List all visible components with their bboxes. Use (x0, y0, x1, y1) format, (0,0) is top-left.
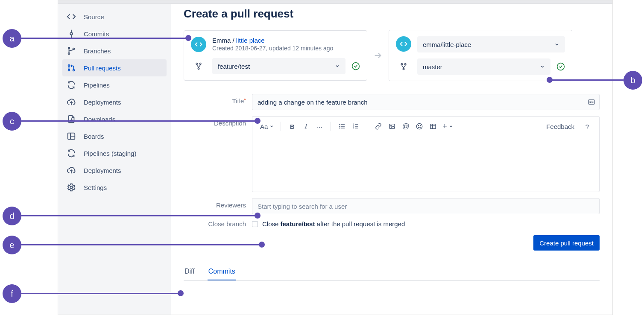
emoji-button[interactable] (413, 120, 425, 132)
italic-button[interactable]: I (300, 120, 312, 132)
svg-point-19 (352, 63, 360, 70)
pipelines-icon (67, 149, 76, 158)
sidebar-item-label: Pipelines (staging) (84, 150, 136, 157)
download-icon (67, 114, 76, 124)
reviewers-input[interactable] (252, 198, 600, 214)
svg-point-22 (405, 64, 406, 65)
numbered-list-button[interactable]: 123 (350, 120, 362, 132)
sidebar-item-deployments-2[interactable]: Deployments (62, 162, 167, 179)
sidebar-item-settings[interactable]: Settings (62, 179, 167, 196)
reviewers-label: Reviewers (201, 198, 252, 214)
sidebar-item-deployments[interactable]: Deployments (62, 93, 167, 111)
mention-button[interactable]: @ (400, 120, 412, 132)
bold-button[interactable]: B (286, 120, 298, 132)
source-repo-name: Emma / little place (212, 37, 333, 44)
sidebar-item-downloads[interactable]: Downloads (62, 111, 167, 128)
svg-point-17 (200, 63, 201, 64)
sidebar-item-boards[interactable]: Boards (62, 128, 167, 145)
description-editor: Aa B I ··· 123 @ (252, 116, 600, 192)
svg-point-23 (403, 68, 404, 70)
svg-point-8 (73, 70, 75, 71)
close-branch-checkbox[interactable] (252, 221, 258, 227)
annotation-line (551, 79, 624, 81)
svg-point-7 (68, 70, 70, 71)
sidebar-item-label: Deployments (84, 99, 121, 106)
annotation-e: e (3, 236, 21, 254)
source-branch-select[interactable]: feature/test (212, 58, 345, 74)
annotation-line (21, 38, 187, 39)
title-input[interactable] (252, 94, 600, 110)
text-style-button[interactable]: Aa (258, 120, 275, 132)
sidebar: Source Commits Branches Pull requests Pi… (58, 4, 171, 315)
editor-toolbar: Aa B I ··· 123 @ (252, 117, 599, 136)
cloud-up-icon (67, 97, 76, 107)
tab-diff[interactable]: Diff (184, 268, 196, 280)
check-circle-icon (556, 62, 565, 71)
table-button[interactable] (427, 120, 439, 132)
fork-icon (396, 62, 411, 71)
annotation-line (21, 293, 179, 294)
sidebar-item-pull-requests[interactable]: Pull requests (62, 59, 167, 76)
sidebar-item-pipelines-staging[interactable]: Pipelines (staging) (62, 145, 167, 162)
sidebar-item-label: Pull requests (84, 64, 121, 72)
svg-point-44 (418, 125, 419, 126)
svg-point-43 (417, 123, 422, 129)
sidebar-item-commits[interactable]: Commits (62, 25, 167, 42)
svg-text:3: 3 (353, 127, 354, 129)
description-label: Description (201, 116, 252, 192)
annotation-dot (547, 77, 553, 83)
svg-point-6 (68, 65, 70, 67)
description-textarea[interactable] (252, 136, 599, 192)
svg-point-45 (420, 125, 421, 126)
svg-point-5 (73, 48, 75, 50)
bullet-list-button[interactable] (336, 120, 348, 132)
top-strip (58, 0, 612, 4)
sidebar-item-pipelines[interactable]: Pipelines (62, 76, 167, 93)
svg-point-4 (68, 53, 70, 55)
contact-card-icon[interactable] (588, 98, 595, 106)
insert-more-button[interactable]: + (441, 120, 455, 132)
svg-point-18 (198, 68, 199, 69)
commit-icon (67, 29, 76, 38)
sidebar-item-source[interactable]: Source (62, 8, 167, 25)
annotation-dot (185, 35, 191, 41)
help-button[interactable]: ? (581, 120, 593, 132)
svg-rect-32 (341, 124, 345, 125)
source-repo-link[interactable]: little place (236, 37, 265, 44)
destination-branch-card: emma/little-place master (389, 30, 572, 81)
svg-point-24 (557, 63, 565, 70)
chevron-down-icon (540, 64, 545, 69)
destination-branch-select[interactable]: master (417, 58, 550, 75)
svg-rect-39 (355, 126, 358, 126)
sidebar-item-label: Deployments (84, 167, 121, 174)
tab-commits[interactable]: Commits (208, 268, 236, 280)
image-button[interactable] (386, 120, 398, 132)
cloud-up-icon (67, 166, 76, 175)
chevron-down-icon (335, 64, 340, 69)
destination-repo-select[interactable]: emma/little-place (417, 36, 565, 52)
source-repo-meta: Created 2018-06-27, updated 12 minutes a… (212, 45, 333, 52)
create-pull-request-button[interactable]: Create pull request (533, 235, 600, 251)
annotation-d: d (3, 207, 21, 225)
repo-avatar-icon (191, 37, 206, 52)
svg-point-31 (340, 128, 341, 129)
annotation-c: c (3, 112, 21, 131)
repo-avatar-icon (396, 36, 411, 52)
pipelines-icon (67, 80, 76, 90)
pull-request-icon (67, 63, 76, 73)
feedback-link[interactable]: Feedback (546, 123, 574, 130)
annotation-dot (255, 213, 261, 219)
chevron-down-icon (269, 124, 274, 128)
svg-point-15 (70, 186, 73, 189)
close-branch-label: Close branch (201, 220, 252, 228)
app-window: Source Commits Branches Pull requests Pi… (58, 0, 613, 315)
svg-rect-40 (355, 128, 358, 128)
link-button[interactable] (372, 120, 384, 132)
svg-point-30 (340, 126, 341, 127)
source-branch-card: Emma / little place Created 2018-06-27, … (184, 30, 367, 81)
annotation-b: b (624, 71, 642, 90)
app-body: Source Commits Branches Pull requests Pi… (58, 4, 612, 315)
annotation-line (21, 215, 257, 216)
more-formatting-button[interactable]: ··· (313, 120, 325, 132)
sidebar-item-branches[interactable]: Branches (62, 42, 167, 59)
